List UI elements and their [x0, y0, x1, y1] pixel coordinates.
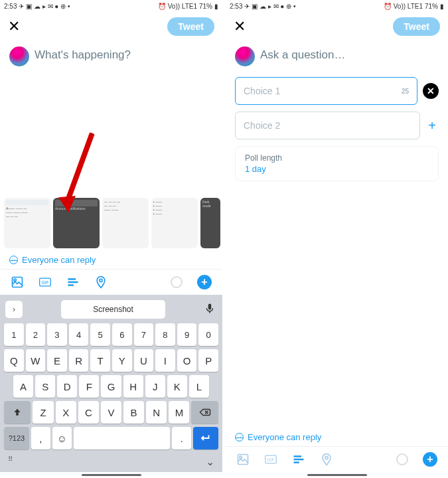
key[interactable]: C — [78, 401, 99, 424]
key[interactable]: 5 — [90, 323, 110, 346]
reply-settings[interactable]: Everyone can reply — [226, 428, 448, 446]
reply-label: Everyone can reply — [248, 432, 321, 442]
add-tweet-button[interactable]: + — [423, 452, 437, 467]
key[interactable]: B — [123, 401, 144, 424]
globe-icon — [9, 256, 18, 264]
svg-point-9 — [240, 456, 242, 458]
comma-key[interactable]: , — [31, 427, 50, 449]
compose-row: What's happening? — [0, 41, 222, 72]
key[interactable]: X — [56, 401, 76, 424]
key[interactable]: 6 — [112, 323, 132, 346]
key[interactable]: K — [167, 375, 187, 398]
key[interactable]: E — [47, 349, 67, 372]
key[interactable]: 8 — [155, 323, 175, 346]
gallery-thumb[interactable]: ▪ ——▪ ——▪ ——▪ —— — [151, 198, 198, 248]
tweet-button[interactable]: Tweet — [167, 17, 214, 36]
symbols-key[interactable]: ?123 — [4, 427, 29, 449]
key[interactable]: 3 — [47, 323, 67, 346]
key[interactable]: U — [134, 349, 154, 372]
gif-icon[interactable]: GIF — [264, 453, 277, 466]
mic-icon[interactable] — [204, 303, 217, 316]
kb-expand-button[interactable]: › — [5, 301, 23, 318]
poll-builder: Choice 1 25 ✕ Choice 2 + Poll length 1 d… — [226, 72, 448, 187]
key[interactable]: L — [189, 375, 209, 398]
key[interactable]: R — [69, 349, 89, 372]
key[interactable]: D — [57, 375, 77, 398]
key[interactable]: V — [101, 401, 121, 424]
gallery-thumb[interactable]: — — — —— — ——— —— — [102, 198, 149, 248]
tweet-button[interactable]: Tweet — [393, 17, 440, 36]
dot-key[interactable]: . — [172, 427, 191, 449]
key[interactable]: 0 — [198, 323, 218, 346]
emoji-key[interactable]: ☺ — [52, 427, 72, 449]
key[interactable]: 9 — [177, 323, 197, 346]
shift-key[interactable] — [4, 401, 31, 424]
key[interactable]: S — [35, 375, 55, 398]
kb-menu-icon[interactable]: ⠿ — [8, 455, 13, 468]
poll-length-selector[interactable]: Poll length 1 day — [235, 146, 439, 181]
key[interactable]: 4 — [69, 323, 89, 346]
status-icons: ✈ ▣ ☁ ▸ ✉ ● ⊕ • — [19, 3, 70, 10]
key[interactable]: N — [146, 401, 167, 424]
poll-icon[interactable] — [292, 453, 305, 466]
key[interactable]: 2 — [26, 323, 46, 346]
status-time: 2:53 — [4, 3, 17, 10]
svg-rect-5 — [68, 281, 78, 283]
remove-poll-button[interactable]: ✕ — [423, 83, 439, 99]
avatar[interactable] — [235, 46, 255, 66]
avatar[interactable] — [9, 46, 29, 66]
key[interactable]: M — [169, 401, 189, 424]
compose-toolbar: GIF + — [0, 269, 222, 295]
key[interactable]: Z — [33, 401, 53, 424]
poll-choice-2-input[interactable]: Choice 2 — [235, 112, 420, 139]
gallery-thumb[interactable]: Account notifications — [53, 198, 100, 248]
gallery-thumb[interactable]: Dark mode — [200, 198, 220, 248]
home-indicator — [307, 474, 367, 476]
kb-collapse-icon[interactable]: ⌄ — [206, 455, 214, 468]
compose-input[interactable]: Ask a question… — [260, 46, 346, 66]
poll-choice-1-input[interactable]: Choice 1 25 — [235, 77, 417, 105]
enter-key[interactable] — [193, 427, 218, 449]
key[interactable]: 1 — [4, 323, 24, 346]
poll-icon[interactable] — [66, 276, 80, 289]
key[interactable]: T — [90, 349, 110, 372]
close-button[interactable]: ✕ — [8, 18, 20, 35]
location-icon[interactable] — [94, 276, 108, 289]
key[interactable]: O — [177, 349, 197, 372]
key[interactable]: 7 — [134, 323, 154, 346]
compose-toolbar: GIF + — [226, 446, 448, 472]
svg-rect-4 — [68, 278, 76, 280]
add-tweet-button[interactable]: + — [197, 275, 212, 289]
close-button[interactable]: ✕ — [234, 18, 246, 35]
gallery-thumb[interactable]: A—— —— ——— —— ——— — — — [4, 198, 50, 248]
compose-input[interactable]: What's happening? — [35, 46, 131, 66]
key[interactable]: F — [79, 375, 99, 398]
key[interactable]: P — [198, 349, 218, 372]
backspace-key[interactable] — [191, 401, 218, 424]
key[interactable]: A — [13, 375, 33, 398]
home-indicator — [82, 474, 141, 476]
add-choice-button[interactable]: + — [425, 119, 439, 132]
kb-suggestion[interactable]: Screenshot — [61, 300, 165, 319]
key[interactable]: Q — [4, 349, 24, 372]
status-batt-icon: ▮ — [440, 3, 444, 10]
phone-left-compose: 2:53 ✈ ▣ ☁ ▸ ✉ ● ⊕ • ⏰ Vo)) LTE1 71% ▮ ✕… — [0, 0, 222, 478]
reply-settings[interactable]: Everyone can reply — [0, 251, 222, 269]
key[interactable]: Y — [112, 349, 132, 372]
gif-icon[interactable]: GIF — [38, 276, 52, 289]
svg-rect-14 — [294, 461, 299, 463]
key[interactable]: J — [145, 375, 165, 398]
key[interactable]: I — [155, 349, 175, 372]
key[interactable]: H — [123, 375, 143, 398]
key[interactable]: W — [26, 349, 46, 372]
space-key[interactable] — [74, 427, 170, 449]
svg-text:GIF: GIF — [41, 280, 48, 285]
compose-row: Ask a question… — [226, 41, 448, 72]
phone-right-poll: 2:53 ✈ ▣ ☁ ▸ ✉ ● ⊕ • ⏰ Vo)) LTE1 71% ▮ ✕… — [226, 0, 448, 478]
media-icon[interactable] — [236, 453, 250, 466]
location-icon[interactable] — [320, 453, 333, 466]
key[interactable]: G — [101, 375, 121, 398]
media-icon[interactable] — [11, 276, 24, 289]
header: ✕ Tweet — [0, 12, 222, 41]
reply-label: Everyone can reply — [22, 255, 96, 265]
